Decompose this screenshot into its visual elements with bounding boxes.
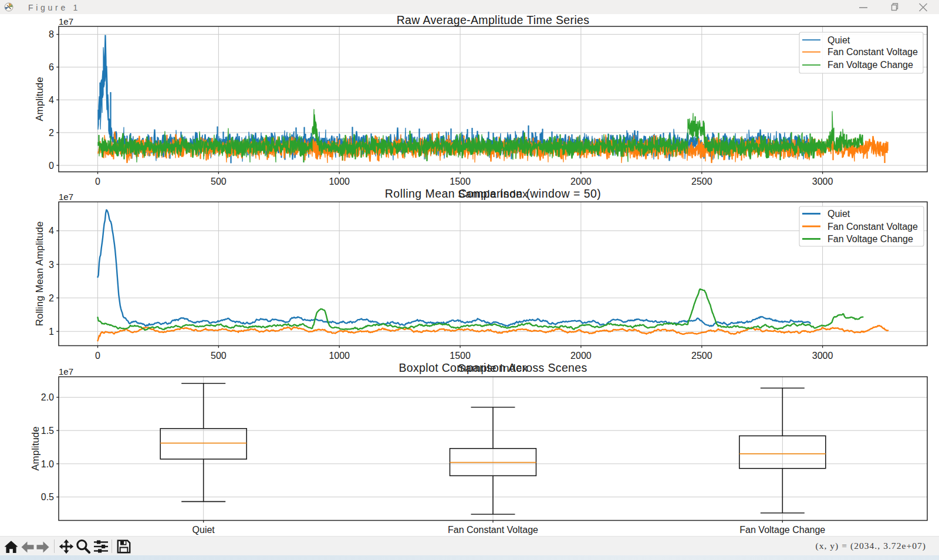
svg-text:3: 3 <box>49 260 54 270</box>
svg-text:2: 2 <box>49 293 54 303</box>
svg-text:2500: 2500 <box>691 177 712 186</box>
svg-text:Fan Constant Voltage: Fan Constant Voltage <box>827 222 918 232</box>
svg-text:Rolling Mean Amplitude: Rolling Mean Amplitude <box>34 222 45 327</box>
svg-text:0: 0 <box>95 177 100 186</box>
svg-text:2.0: 2.0 <box>41 392 54 402</box>
svg-text:500: 500 <box>211 177 227 186</box>
svg-text:Raw Average-Amplitude Time Ser: Raw Average-Amplitude Time Series <box>397 14 590 26</box>
svg-text:0: 0 <box>95 351 100 361</box>
svg-text:4: 4 <box>49 226 54 236</box>
svg-text:2000: 2000 <box>570 351 592 361</box>
svg-text:4: 4 <box>49 95 54 105</box>
svg-text:Fan Voltage Change: Fan Voltage Change <box>827 234 913 244</box>
svg-text:1000: 1000 <box>329 351 350 361</box>
svg-text:6: 6 <box>49 62 54 72</box>
svg-text:2000: 2000 <box>570 177 592 186</box>
svg-text:1e7: 1e7 <box>59 366 73 376</box>
svg-text:Quiet: Quiet <box>827 209 850 219</box>
svg-text:Quiet: Quiet <box>827 35 850 45</box>
svg-text:Amplitude: Amplitude <box>30 426 41 471</box>
svg-text:Fan Voltage Change: Fan Voltage Change <box>739 525 825 535</box>
svg-text:3000: 3000 <box>812 177 833 186</box>
svg-text:2: 2 <box>49 128 54 138</box>
svg-text:1e7: 1e7 <box>59 192 73 202</box>
svg-text:1: 1 <box>49 327 54 337</box>
svg-text:1500: 1500 <box>450 177 471 186</box>
svg-text:Rolling Mean Comparison (windo: Rolling Mean Comparison (window = 50) <box>385 187 601 200</box>
svg-text:500: 500 <box>211 351 227 361</box>
svg-text:0.5: 0.5 <box>41 492 54 502</box>
svg-text:1e7: 1e7 <box>59 16 73 26</box>
svg-text:Amplitude: Amplitude <box>34 77 45 121</box>
svg-text:Fan Voltage Change: Fan Voltage Change <box>827 60 913 70</box>
svg-text:Fan Constant Voltage: Fan Constant Voltage <box>448 525 538 535</box>
svg-text:3000: 3000 <box>812 351 833 361</box>
svg-text:Boxplot Comparison Across Scen: Boxplot Comparison Across Scenes <box>398 361 587 374</box>
svg-text:Quiet: Quiet <box>192 525 215 535</box>
svg-text:1500: 1500 <box>450 351 471 361</box>
svg-text:2500: 2500 <box>691 351 712 361</box>
svg-text:8: 8 <box>49 29 54 39</box>
svg-text:Fan Constant Voltage: Fan Constant Voltage <box>827 47 918 57</box>
svg-text:1000: 1000 <box>329 177 350 186</box>
svg-text:1.5: 1.5 <box>41 426 54 436</box>
svg-text:1.0: 1.0 <box>41 459 54 469</box>
svg-text:0: 0 <box>49 161 54 171</box>
